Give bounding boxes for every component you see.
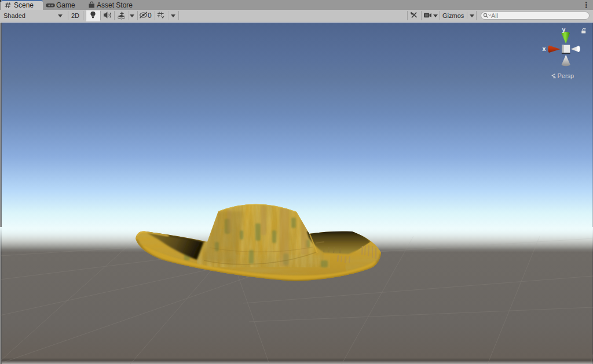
svg-text:x: x	[543, 45, 546, 52]
svg-text:y: y	[562, 26, 566, 33]
svg-text:Persp: Persp	[558, 72, 574, 79]
